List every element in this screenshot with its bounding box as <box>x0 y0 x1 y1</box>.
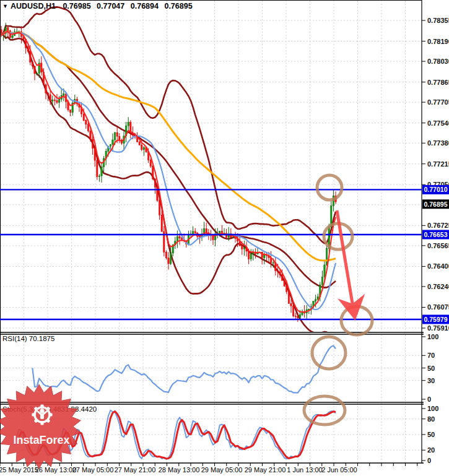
candle-body <box>56 100 58 102</box>
candle-body <box>159 201 160 215</box>
candle-body <box>54 100 55 100</box>
candle-body <box>92 139 93 148</box>
candle-body <box>83 114 84 121</box>
level-price-badge-text: 0.77010 <box>424 186 448 193</box>
time-label: 27 May 21:00 <box>115 466 156 474</box>
logo-text: InstaForex <box>13 434 69 446</box>
candle-body <box>154 179 155 187</box>
candle-body <box>279 272 281 275</box>
candle-body <box>12 36 13 38</box>
price-tick-label: 0.77215 <box>427 160 449 168</box>
candle-body <box>179 236 180 238</box>
candle-body <box>321 277 323 285</box>
candle-body <box>292 306 294 316</box>
chart-title: ▼ AUDUSD,H1 0.76985 0.77047 0.76894 0.76… <box>2 2 193 11</box>
candle-body <box>248 251 249 259</box>
time-label: 2 Jun 05:00 <box>321 466 357 474</box>
candle-body <box>119 136 120 140</box>
candle-body <box>299 314 300 318</box>
candle-body <box>45 85 46 93</box>
candle-body <box>152 167 154 179</box>
candle-body <box>168 258 169 264</box>
candle-body <box>52 100 53 101</box>
level-price-badge: 0.75979 <box>422 314 449 324</box>
price-tick-label: 0.78190 <box>427 38 449 45</box>
candle-body <box>194 232 196 233</box>
candle-body <box>50 95 51 102</box>
time-label: 29 May 21:00 <box>245 466 286 474</box>
candle-body <box>47 93 48 95</box>
price-tick-label: 0.76565 <box>427 242 449 249</box>
candle-body <box>324 265 325 277</box>
candle-body <box>63 94 64 96</box>
price-tick-label: 0.78030 <box>427 58 449 65</box>
time-label: 25 May 2015 <box>0 466 38 474</box>
candle-body <box>128 123 129 126</box>
gear-tooth <box>49 413 53 417</box>
rsi-indicator-label: RSI(14) 70.1875 <box>2 335 54 342</box>
rsi-tick-label: 0 <box>427 396 431 403</box>
rsi-tick-label: 100 <box>427 333 438 340</box>
candle-body <box>206 228 207 232</box>
symbol-period-label: AUDUSD,H1 <box>11 2 56 11</box>
candle-body <box>94 149 95 161</box>
gear-tooth <box>32 413 36 417</box>
candle-body <box>141 145 142 149</box>
price-tick-label: 0.77865 <box>427 79 449 86</box>
logo-gear-person-icon <box>32 405 53 425</box>
candle-body <box>87 124 89 131</box>
price-tick-label: 0.77705 <box>427 98 449 106</box>
gear-tooth <box>41 422 44 425</box>
rsi-tick-label: 70 <box>427 352 435 359</box>
candle-body <box>34 66 35 74</box>
candle-body <box>30 51 31 62</box>
price-tick-label: 0.76075 <box>427 303 449 311</box>
candle-body <box>7 28 9 31</box>
candle-body <box>326 249 327 265</box>
stoch-tick-label: 100 <box>427 405 438 412</box>
candle-body <box>192 232 193 234</box>
candle-body <box>58 99 59 102</box>
ohlc-open: 0.76985 <box>63 2 90 11</box>
level-price-badge: 0.76653 <box>422 230 449 239</box>
ohlc-high: 0.77047 <box>97 2 124 11</box>
candle-body <box>32 62 33 66</box>
current-price-badge-text: 0.76895 <box>424 201 448 208</box>
time-label: 1 Jun 13:00 <box>287 466 323 474</box>
candle-body <box>315 300 316 301</box>
candle-body <box>139 142 140 145</box>
chart-window: 0.783550.781900.780300.778650.777050.775… <box>0 0 449 476</box>
candle-body <box>116 132 118 136</box>
ohlc-close: 0.76895 <box>164 2 192 11</box>
candle-body <box>110 144 111 146</box>
level-price-badge-text: 0.76653 <box>424 231 448 238</box>
time-label: 26 May 13:00 <box>35 466 77 474</box>
candle-body <box>90 131 91 140</box>
candle-body <box>288 292 289 303</box>
candle-body <box>250 254 251 259</box>
candle-body <box>101 167 102 176</box>
candle-body <box>277 270 278 272</box>
candle-body <box>165 252 167 258</box>
price-tick-label: 0.76725 <box>427 222 449 229</box>
candle-body <box>112 140 113 144</box>
candle-body <box>295 316 296 317</box>
candle-body <box>98 176 100 177</box>
candle-body <box>114 132 115 140</box>
candle-body <box>181 238 182 240</box>
price-tick-label: 0.76400 <box>427 262 449 270</box>
candle-body <box>297 316 299 318</box>
rsi-tick-label: 50 <box>427 365 435 372</box>
candle-body <box>286 286 287 292</box>
time-label: 27 May 05:00 <box>72 466 114 474</box>
price-tick-label: 0.76240 <box>427 283 449 290</box>
candle-body <box>161 215 162 232</box>
level-price-badge-text: 0.75979 <box>424 316 448 323</box>
time-label: 28 May 13:00 <box>159 466 200 474</box>
candle-body <box>281 275 282 280</box>
stoch-tick-label: 80 <box>427 415 435 423</box>
candle-body <box>97 160 98 177</box>
ohlc-low: 0.76894 <box>131 2 159 11</box>
stoch-tick-label: 20 <box>427 446 435 454</box>
symbol-dropdown-icon[interactable]: ▼ <box>2 3 8 9</box>
